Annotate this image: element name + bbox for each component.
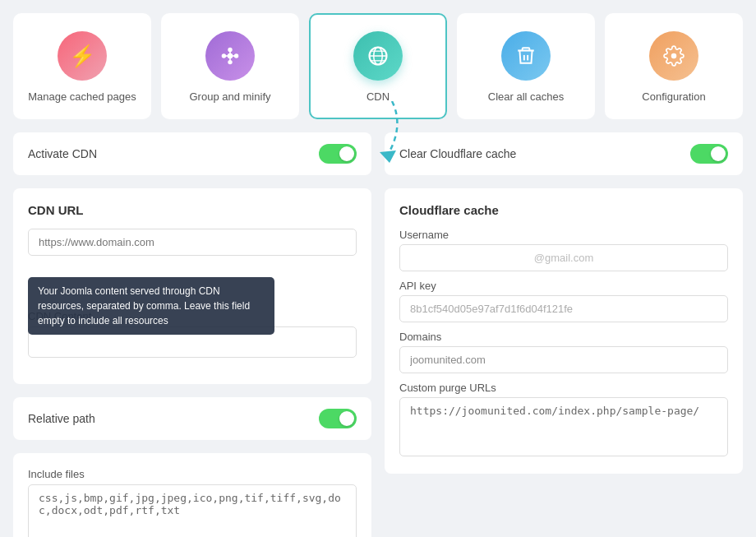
relative-path-label: Relative path — [28, 412, 95, 425]
left-panel: Activate CDN CDN URL Your Joomla content… — [13, 132, 371, 537]
include-files-label: Include files — [28, 468, 357, 480]
svg-point-4 — [228, 60, 232, 64]
activate-cdn-label: Activate CDN — [28, 147, 97, 160]
cdn-url-card: CDN URL Your Joomla content served throu… — [13, 188, 371, 384]
domains-label: Domains — [399, 331, 728, 343]
clear-cloudflare-toggle[interactable] — [690, 144, 728, 164]
cdn-url-tooltip: Your Joomla content served through CDN r… — [28, 277, 274, 335]
cloudflare-cache-card: Cloudflare cache Username API key Domain… — [385, 188, 743, 474]
svg-point-1 — [222, 53, 226, 58]
relative-path-toggle[interactable] — [319, 409, 357, 428]
api-key-input[interactable] — [399, 295, 728, 322]
custom-purge-textarea[interactable] — [399, 397, 728, 456]
cdn-url-input[interactable] — [28, 229, 357, 256]
svg-point-2 — [234, 53, 238, 58]
domains-input[interactable] — [399, 346, 728, 373]
username-input[interactable] — [399, 244, 728, 271]
include-files-card: Include files — [13, 453, 371, 537]
custom-purge-field: Custom purge URLs — [399, 382, 728, 459]
svg-marker-17 — [380, 150, 396, 163]
cloudflare-cache-title: Cloudflare cache — [399, 203, 728, 217]
cdn-url-group — [28, 229, 357, 256]
relative-path-row: Relative path — [13, 397, 371, 440]
username-field: Username — [399, 229, 728, 271]
api-key-label: API key — [399, 280, 728, 292]
include-files-group: Include files — [28, 468, 357, 537]
activate-cdn-row: Activate CDN — [13, 132, 371, 175]
domains-field: Domains — [399, 331, 728, 373]
cloudflare-form: Username API key Domains Custom purge UR… — [399, 229, 728, 459]
include-files-textarea[interactable] — [28, 484, 357, 537]
nav-card-configuration[interactable]: Configuration — [605, 13, 743, 119]
group-minify-label: Group and minify — [190, 90, 271, 103]
clear-caches-icon — [501, 31, 551, 81]
nav-card-manage-cached[interactable]: ⚡ Manage cached pages — [13, 13, 151, 119]
nav-card-clear-caches[interactable]: Clear all caches — [457, 13, 595, 119]
configuration-label: Configuration — [642, 90, 705, 103]
configuration-icon — [649, 31, 698, 81]
svg-point-16 — [671, 53, 677, 59]
cdn-url-title: CDN URL — [28, 203, 357, 217]
cdn-icon — [353, 31, 403, 81]
nav-card-group-minify[interactable]: Group and minify — [161, 13, 299, 119]
svg-point-3 — [228, 48, 232, 52]
clear-caches-label: Clear all caches — [488, 90, 565, 103]
username-label: Username — [399, 229, 728, 241]
manage-cached-icon: ⚡ — [58, 31, 107, 81]
group-minify-icon — [205, 31, 255, 81]
clear-cloudflare-row: Clear Cloudflare cache — [385, 132, 743, 175]
right-panel: Clear Cloudflare cache Cloudflare cache … — [385, 132, 743, 537]
custom-purge-label: Custom purge URLs — [399, 382, 728, 394]
dashed-arrow — [355, 101, 429, 163]
manage-cached-label: Manage cached pages — [28, 90, 136, 103]
api-key-field: API key — [399, 280, 728, 322]
main-content: Activate CDN CDN URL Your Joomla content… — [0, 132, 756, 537]
activate-cdn-toggle[interactable] — [319, 144, 357, 164]
